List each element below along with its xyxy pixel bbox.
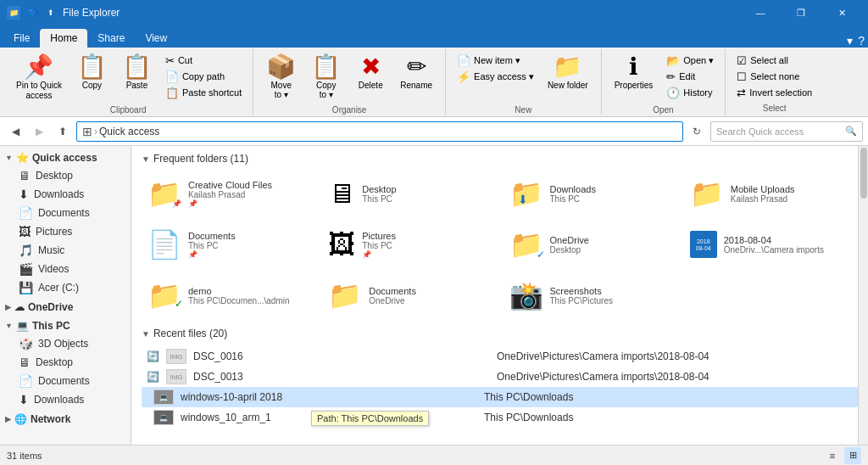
easy-access-button[interactable]: ⚡ Easy access ▾	[453, 69, 538, 84]
tooltip-text: Path: This PC\Downloads	[317, 413, 423, 423]
clipboard-group: 📌 Pin to Quickaccess 📋 Copy 📋 Paste ✂ Cu…	[3, 49, 253, 115]
tab-view[interactable]: View	[135, 29, 177, 48]
close-button[interactable]: ✕	[822, 0, 861, 25]
new-folder-icon: 📁	[553, 55, 582, 79]
forward-button[interactable]: ▶	[29, 121, 49, 142]
tab-home[interactable]: Home	[40, 29, 87, 48]
file-row-dsc0016[interactable]: 🔄 IMG DSC_0016 OneDrive\Pictures\Camera …	[142, 346, 858, 367]
screenshots-folder-info: Screenshots This PC\Pictures	[550, 286, 671, 305]
select-all-button[interactable]: ☑ Select all	[732, 53, 816, 68]
list-view-button[interactable]: ≡	[824, 447, 841, 464]
ribbon-tabs: File Home Share View ▾ ?	[0, 25, 868, 48]
refresh-button[interactable]: ↻	[687, 121, 707, 142]
folder-item-pictures[interactable]: 🖼 Pictures This PC 📌	[322, 222, 496, 266]
address-input[interactable]: ⊞ › Quick access	[76, 121, 683, 142]
sidebar-item-desktop2[interactable]: 🖥 Desktop	[0, 353, 131, 372]
open-button[interactable]: 📂 Open ▾	[662, 53, 718, 68]
edit-button[interactable]: ✏ Edit	[662, 69, 718, 84]
file-row-windows10arm[interactable]: 💻 windows_10_arm_1 This PC\Downloads	[142, 407, 858, 428]
sidebar-item-3d-objects[interactable]: 🎲 3D Objects	[0, 334, 131, 353]
paste-shortcut-icon: 📋	[165, 87, 179, 99]
rename-button[interactable]: ✏ Rename	[394, 51, 438, 104]
sidebar-item-documents2[interactable]: 📄 Documents	[0, 372, 131, 390]
folder-item-downloads[interactable]: 📁 ⬇ Downloads This PC	[504, 171, 677, 216]
pictures-pin: 📌	[362, 250, 490, 259]
current-path: Quick access	[99, 126, 159, 137]
open-label: Open	[653, 104, 673, 115]
filename-windows10april: windows-10-april 2018	[181, 391, 477, 403]
copy-button[interactable]: 📋 Copy	[71, 51, 113, 104]
sidebar: ▼ ⭐ Quick access 🖥 Desktop ⬇ Downloads 📄…	[0, 146, 131, 445]
sidebar-item-music[interactable]: 🎵 Music	[0, 241, 131, 260]
videos-icon: 🎬	[19, 262, 33, 276]
quick-access-header[interactable]: ▼ ⭐ Quick access	[0, 149, 131, 166]
pictures-folder-name: Pictures	[362, 231, 490, 241]
history-icon: 🕐	[666, 87, 680, 99]
organise-group: 📦 Moveto ▾ 📋 Copyto ▾ ✖ Delete ✏ Rename …	[253, 49, 446, 115]
folder-item-screenshots[interactable]: 📸 Screenshots This PC\Pictures	[504, 273, 677, 317]
maximize-button[interactable]: ❐	[782, 0, 821, 25]
paste-shortcut-button[interactable]: 📋 Paste shortcut	[161, 85, 246, 100]
recent-files-header[interactable]: ▼ Recent files (20)	[142, 328, 858, 339]
this-pc-section: ▼ 💻 This PC 🎲 3D Objects 🖥 Desktop 📄 Doc…	[0, 317, 131, 409]
folder-item-documents[interactable]: 📄 Documents This PC 📌	[142, 222, 315, 266]
grid-view-button[interactable]: ⊞	[844, 447, 861, 464]
desktop-folder-info: Desktop This PC	[362, 184, 490, 204]
new-item-button[interactable]: 📄 New item ▾	[453, 53, 538, 68]
date-label: 2018	[697, 238, 710, 245]
copy-to-button[interactable]: 📋 Copyto ▾	[305, 51, 347, 104]
back-button[interactable]: ◀	[5, 121, 25, 142]
help-icon[interactable]: ?	[858, 34, 865, 48]
onedrive-header[interactable]: ▶ ☁ OneDrive	[0, 299, 131, 316]
new-folder-button[interactable]: 📁 New folder	[542, 51, 594, 104]
folder-item-documents-onedrive[interactable]: 📁 Documents OneDrive	[322, 273, 496, 317]
file-row-windows10april[interactable]: 💻 windows-10-april 2018 This PC\Download…	[142, 387, 858, 407]
sidebar-item-desktop[interactable]: 🖥 Desktop	[0, 166, 131, 185]
scrollbar[interactable]	[858, 146, 868, 445]
new-item-label: New item ▾	[474, 55, 520, 66]
sidebar-item-videos[interactable]: 🎬 Videos	[0, 260, 131, 278]
properties-button[interactable]: ℹ Properties	[609, 51, 659, 104]
this-pc-chevron: ▼	[5, 322, 13, 330]
downloads-folder-info: Downloads This PC	[550, 184, 671, 204]
sidebar-item-downloads[interactable]: ⬇ Downloads	[0, 185, 131, 204]
cut-button[interactable]: ✂ Cut	[161, 53, 246, 68]
sidebar-item-downloads2[interactable]: ⬇ Downloads	[0, 390, 131, 409]
file-row-dsc0013[interactable]: 🔄 IMG DSC_0013 OneDrive\Pictures\Camera …	[142, 367, 858, 387]
ribbon-expand-icon[interactable]: ▾	[847, 34, 853, 48]
select-none-button[interactable]: ☐ Select none	[732, 69, 816, 84]
folder-item-onedrive[interactable]: 📁 ✓ OneDrive Desktop	[504, 222, 677, 266]
download-arrow-icon: ⬇	[518, 193, 528, 206]
sidebar-item-acer-label: Acer (C:)	[38, 282, 79, 294]
home-icon: ⊞	[82, 125, 92, 138]
folder-item-mobile-uploads[interactable]: 📁 Mobile Uploads Kailash Prasad	[684, 171, 858, 216]
pin-to-quick-access-button[interactable]: 📌 Pin to Quickaccess	[10, 51, 68, 104]
this-pc-header[interactable]: ▼ 💻 This PC	[0, 317, 131, 334]
sidebar-item-pictures[interactable]: 🖼 Pictures	[0, 222, 131, 241]
quick-access-label: Quick access	[32, 152, 97, 164]
search-box[interactable]: Search Quick access 🔍	[710, 121, 863, 142]
delete-button[interactable]: ✖ Delete	[350, 51, 391, 104]
up-button[interactable]: ⬆	[53, 121, 73, 142]
network-header[interactable]: ▶ 🌐 Network	[0, 411, 131, 428]
tab-file[interactable]: File	[3, 29, 40, 48]
frequent-folders-header[interactable]: ▼ Frequent folders (11)	[142, 153, 858, 165]
search-icon: 🔍	[845, 126, 857, 137]
folder-item-creative-cloud[interactable]: 📁 📌 Creative Cloud Files Kailash Prasad …	[142, 171, 315, 216]
copy-path-button[interactable]: 📄 Copy path	[161, 69, 246, 84]
sidebar-item-documents[interactable]: 📄 Documents	[0, 204, 131, 222]
paste-button[interactable]: 📋 Paste	[116, 51, 158, 104]
scrollbar-thumb[interactable]	[860, 148, 867, 199]
folder-item-desktop[interactable]: 🖥 Desktop This PC	[322, 171, 496, 216]
tab-share[interactable]: Share	[87, 29, 135, 48]
move-to-button[interactable]: 📦 Moveto ▾	[260, 51, 302, 104]
demo-folder-path: This PC\Documen...\admin	[188, 296, 309, 305]
downloads-folder-name: Downloads	[550, 184, 671, 194]
minimize-button[interactable]: —	[741, 0, 780, 25]
history-button[interactable]: 🕐 History	[662, 85, 718, 100]
sidebar-item-acer[interactable]: 💾 Acer (C:)	[0, 278, 131, 297]
recent-files-chevron: ▼	[142, 329, 150, 339]
folder-item-demo[interactable]: 📁 ✓ demo This PC\Documen...\admin	[142, 273, 315, 317]
invert-selection-button[interactable]: ⇄ Invert selection	[732, 85, 816, 100]
folder-item-date[interactable]: 2018 08-04 2018-08-04 OneDriv...\Camera …	[684, 222, 858, 266]
